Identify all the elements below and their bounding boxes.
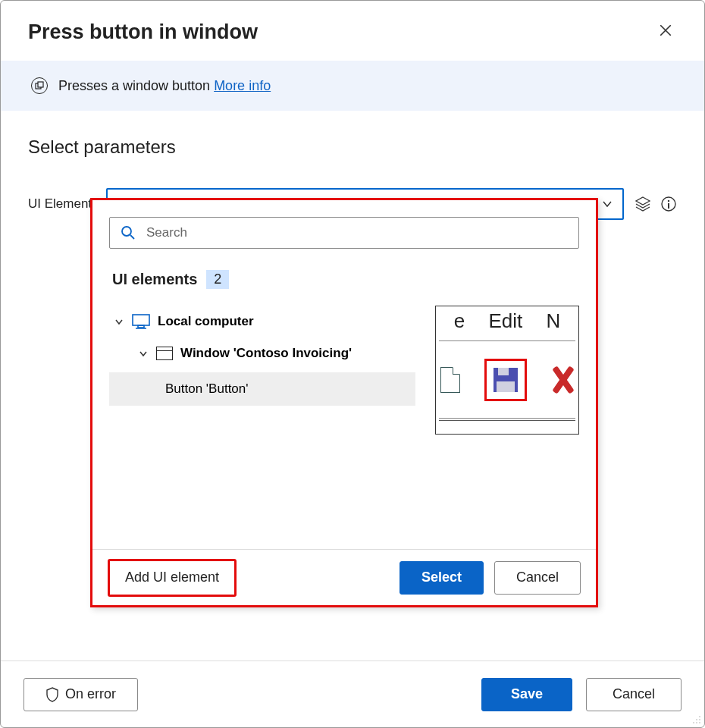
dropdown-side-icons	[634, 196, 677, 212]
preview-text: Edit	[488, 309, 522, 333]
popup-footer: Add UI element Select Cancel	[92, 549, 596, 605]
svg-rect-8	[138, 325, 144, 328]
layers-icon[interactable]	[634, 196, 651, 212]
search-icon	[121, 225, 136, 240]
chevron-down-icon	[114, 316, 124, 327]
svg-point-15	[699, 722, 700, 723]
dialog-window: Press button in window Presses a window …	[0, 0, 705, 728]
on-error-button[interactable]: On error	[24, 678, 138, 711]
ui-elements-title: UI elements	[112, 271, 197, 288]
svg-point-14	[696, 722, 697, 723]
svg-rect-7	[133, 315, 149, 325]
svg-point-3	[668, 200, 669, 202]
close-icon	[659, 24, 672, 37]
tree-preview-row: Local computer Window 'Contoso Invoicing…	[109, 306, 579, 435]
info-icon[interactable]	[660, 196, 677, 212]
svg-point-10	[699, 716, 700, 717]
tree-column: Local computer Window 'Contoso Invoicing…	[109, 306, 415, 435]
tree-label: Button 'Button'	[165, 381, 249, 397]
chevron-down-icon	[601, 198, 613, 210]
page-icon	[440, 367, 460, 393]
svg-point-13	[693, 722, 694, 723]
info-text-label: Presses a window button	[58, 78, 210, 93]
ui-elements-header: UI elements 2	[112, 270, 579, 289]
save-floppy-icon	[494, 368, 518, 392]
cancel-button[interactable]: Cancel	[586, 678, 682, 711]
body-area: Select parameters UI Element: Local comp…	[1, 111, 704, 661]
info-text: Presses a window button More info	[58, 78, 271, 94]
tree-label: Window 'Contoso Invoicing'	[180, 346, 352, 361]
section-title: Select parameters	[28, 136, 677, 158]
dialog-title: Press button in window	[28, 20, 258, 44]
button-label: On error	[65, 686, 116, 702]
action-icon	[31, 77, 48, 94]
svg-line-6	[130, 235, 134, 239]
tree-node-button[interactable]: Button 'Button'	[109, 372, 415, 406]
button-label: Add UI element	[125, 570, 219, 585]
button-label: Save	[511, 686, 543, 702]
more-info-link[interactable]: More info	[214, 78, 271, 93]
tree-label: Local computer	[158, 314, 254, 329]
svg-point-12	[699, 719, 700, 720]
search-box[interactable]	[109, 217, 579, 249]
svg-point-5	[122, 227, 131, 236]
button-label: Select	[421, 570, 462, 585]
button-label: Cancel	[516, 570, 559, 585]
delete-x-icon	[551, 365, 574, 395]
add-ui-element-button[interactable]: Add UI element	[108, 559, 237, 597]
svg-point-11	[696, 719, 697, 720]
search-input[interactable]	[145, 224, 568, 241]
tree-node-window[interactable]: Window 'Contoso Invoicing'	[109, 337, 415, 369]
shield-icon	[45, 687, 59, 702]
tree-node-root[interactable]: Local computer	[109, 306, 415, 337]
popup-body: UI elements 2 Local computer Wind	[92, 200, 596, 549]
popup-cancel-button[interactable]: Cancel	[494, 561, 581, 595]
target-highlight-icon	[478, 353, 533, 407]
ui-element-label: UI Element:	[28, 196, 96, 212]
svg-rect-4	[668, 203, 669, 209]
save-button[interactable]: Save	[481, 678, 572, 711]
preview-menubar: e Edit N	[439, 309, 575, 341]
preview-bottom-bar	[439, 420, 575, 431]
select-button[interactable]: Select	[400, 561, 484, 595]
preview-toolbar	[439, 341, 575, 419]
close-button[interactable]	[654, 23, 677, 42]
chevron-down-icon	[138, 348, 149, 359]
ui-element-picker-popup: UI elements 2 Local computer Wind	[90, 198, 598, 607]
info-bar: Presses a window button More info	[1, 61, 704, 111]
window-icon	[156, 347, 173, 360]
monitor-icon	[132, 314, 150, 329]
titlebar: Press button in window	[1, 1, 704, 61]
preview-text: e	[454, 309, 465, 333]
ui-elements-count: 2	[206, 270, 229, 289]
window-footer: On error Save Cancel	[1, 661, 704, 727]
preview-text: N	[547, 309, 561, 333]
svg-rect-1	[38, 82, 43, 87]
resize-grip-icon[interactable]	[691, 714, 701, 724]
element-preview: e Edit N	[435, 306, 579, 435]
button-label: Cancel	[613, 686, 655, 702]
